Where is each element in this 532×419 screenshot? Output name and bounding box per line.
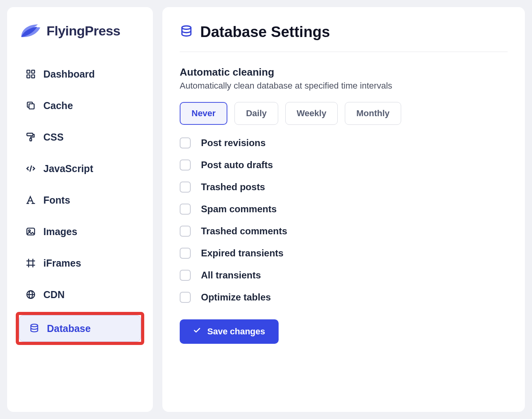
sidebar-item-fonts[interactable]: Fonts — [16, 184, 144, 216]
sidebar-item-cache[interactable]: Cache — [16, 90, 144, 121]
svg-point-12 — [29, 230, 30, 232]
grid-icon — [25, 69, 36, 80]
divider — [180, 52, 508, 52]
page-title: Database Settings — [200, 24, 330, 41]
sidebar-item-label: Database — [47, 323, 91, 334]
save-changes-button[interactable]: Save changes — [180, 319, 279, 344]
page-title-row: Database Settings — [180, 24, 508, 41]
checkbox[interactable] — [180, 292, 191, 303]
interval-option-weekly[interactable]: Weekly — [285, 102, 338, 125]
sidebar-item-label: CDN — [43, 289, 65, 300]
check-icon — [193, 326, 201, 337]
sidebar-item-iframes[interactable]: iFrames — [16, 247, 144, 279]
sidebar-item-label: Images — [43, 226, 77, 237]
check-post-revisions[interactable]: Post revisions — [180, 137, 508, 148]
sidebar-item-cdn[interactable]: CDN — [16, 279, 144, 310]
checkbox-label: Trashed comments — [201, 226, 287, 237]
svg-rect-0 — [27, 70, 30, 73]
interval-radio-group: Never Daily Weekly Monthly — [180, 102, 508, 125]
checkbox-label: Spam comments — [201, 204, 277, 215]
checkbox[interactable] — [180, 182, 191, 193]
checkbox[interactable] — [180, 270, 191, 281]
brand-logo: FlyingPress — [16, 22, 144, 39]
sidebar-item-images[interactable]: Images — [16, 216, 144, 247]
database-icon — [29, 323, 40, 334]
sidebar-item-label: CSS — [43, 132, 63, 143]
checkbox-label: Trashed posts — [201, 182, 265, 193]
svg-rect-4 — [29, 104, 34, 109]
checkbox[interactable] — [180, 226, 191, 237]
check-post-auto-drafts[interactable]: Post auto drafts — [180, 159, 508, 171]
svg-rect-6 — [30, 138, 32, 141]
annotation-highlight: Database — [16, 312, 144, 345]
frame-icon — [25, 258, 36, 269]
svg-rect-5 — [27, 133, 33, 136]
sidebar-item-database[interactable]: Database — [19, 315, 141, 342]
svg-line-7 — [30, 165, 32, 171]
check-all-transients[interactable]: All transients — [180, 270, 508, 281]
sidebar-item-label: iFrames — [43, 258, 81, 269]
sidebar-item-label: JavaScript — [43, 163, 93, 174]
sidebar-item-javascript[interactable]: JavaScript — [16, 153, 144, 184]
svg-rect-2 — [27, 75, 30, 78]
sidebar-item-label: Dashboard — [43, 69, 95, 80]
checkbox-label: All transients — [201, 270, 261, 281]
main-panel: Database Settings Automatic cleaning Aut… — [162, 7, 525, 412]
font-icon — [25, 195, 36, 206]
sidebar-item-label: Cache — [43, 100, 73, 111]
sidebar-nav: Dashboard Cache CSS JavaScript Fonts — [16, 58, 144, 345]
svg-point-21 — [182, 26, 191, 29]
check-spam-comments[interactable]: Spam comments — [180, 204, 508, 215]
svg-rect-3 — [32, 75, 35, 78]
database-icon — [180, 25, 193, 40]
cleaning-checklist: Post revisions Post auto drafts Trashed … — [180, 137, 508, 303]
check-expired-transients[interactable]: Expired transients — [180, 248, 508, 259]
checkbox[interactable] — [180, 204, 191, 215]
code-icon — [25, 163, 36, 174]
check-trashed-posts[interactable]: Trashed posts — [180, 182, 508, 193]
brand-logo-icon — [19, 22, 41, 39]
checkbox-label: Post revisions — [201, 137, 266, 148]
globe-icon — [25, 289, 36, 300]
svg-point-20 — [31, 324, 37, 327]
automatic-cleaning-section: Automatic cleaning Automatically clean d… — [180, 66, 508, 344]
sidebar-item-css[interactable]: CSS — [16, 121, 144, 153]
checkbox-label: Optimize tables — [201, 292, 271, 303]
save-button-label: Save changes — [207, 326, 265, 337]
checkbox[interactable] — [180, 159, 191, 171]
section-subtitle: Automatically clean database at specifie… — [180, 81, 508, 91]
sidebar: FlyingPress Dashboard Cache CSS JavaScri… — [7, 7, 153, 412]
copy-icon — [25, 100, 36, 111]
interval-option-monthly[interactable]: Monthly — [345, 102, 401, 125]
brand-name: FlyingPress — [47, 23, 120, 39]
checkbox-label: Expired transients — [201, 248, 283, 259]
paint-roller-icon — [25, 132, 36, 143]
interval-option-never[interactable]: Never — [180, 102, 227, 125]
sidebar-item-dashboard[interactable]: Dashboard — [16, 58, 144, 90]
checkbox[interactable] — [180, 248, 191, 259]
section-title: Automatic cleaning — [180, 66, 508, 78]
check-optimize-tables[interactable]: Optimize tables — [180, 292, 508, 303]
image-icon — [25, 226, 36, 237]
svg-rect-1 — [32, 70, 35, 73]
check-trashed-comments[interactable]: Trashed comments — [180, 226, 508, 237]
sidebar-item-label: Fonts — [43, 195, 70, 206]
interval-option-daily[interactable]: Daily — [234, 102, 278, 125]
checkbox[interactable] — [180, 137, 191, 148]
checkbox-label: Post auto drafts — [201, 159, 273, 171]
